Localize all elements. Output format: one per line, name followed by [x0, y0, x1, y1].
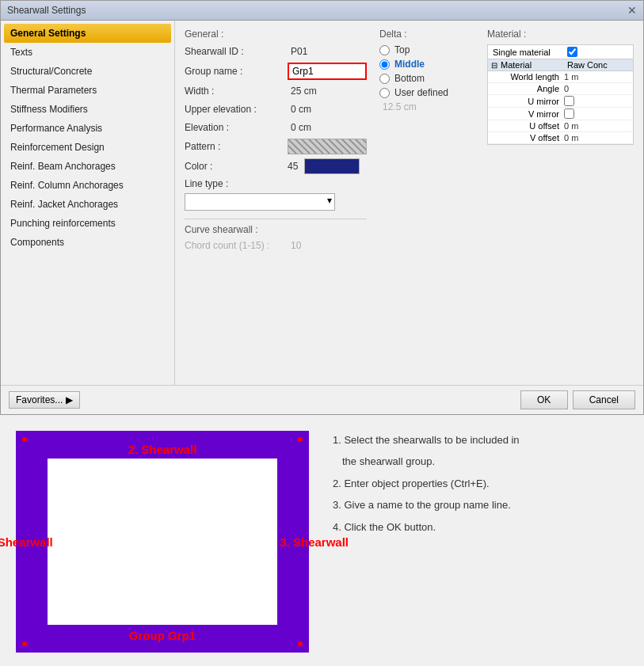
sidebar-item-reinf-column[interactable]: Reinf. Column Anchorages: [4, 176, 171, 195]
delta-section-label: Delta :: [379, 29, 474, 40]
single-material-row: Single material: [488, 45, 633, 59]
line-type-dropdown-wrapper[interactable]: [185, 193, 335, 211]
dialog-footer: Favorites... ▶ OK Cancel: [1, 385, 643, 414]
instructions: 1. Select the shearwalls to be included …: [333, 431, 628, 539]
angle-label: Angle: [493, 84, 564, 93]
v-mirror-label: V mirror: [493, 109, 564, 119]
sidebar-item-components[interactable]: Components: [4, 233, 171, 252]
sidebar-item-punching[interactable]: Punching reinforcements: [4, 214, 171, 233]
material-grid: Single material ⊟ Material Raw Conc Worl…: [487, 44, 634, 145]
dialog-body: General Settings Texts Structural/Concre…: [1, 21, 643, 385]
corner-dot-tl: [22, 437, 27, 442]
cancel-button[interactable]: Cancel: [573, 390, 635, 409]
delta-user-label: User defined: [394, 87, 448, 98]
sidebar-item-structural-concrete[interactable]: Structural/Concrete: [4, 62, 171, 81]
mat-row-angle: Angle 0: [488, 83, 633, 95]
u-mirror-checkbox[interactable]: [564, 96, 574, 106]
favorites-button[interactable]: Favorites... ▶: [9, 391, 80, 409]
instruction-2: 2. Enter object properties (Ctrl+E).: [333, 474, 628, 493]
delta-bottom-radio[interactable]: [379, 74, 390, 84]
sidebar-item-general-settings[interactable]: General Settings: [4, 24, 171, 43]
group-name-label: Group name :: [185, 66, 288, 77]
title-bar: Shearwall Settings ✕: [1, 1, 643, 21]
dialog-title: Shearwall Settings: [7, 5, 86, 16]
mat-row-u-mirror: U mirror: [488, 95, 633, 108]
illustration: 2. Shearwall 1. Shearwall 3. Shearwall G…: [0, 415, 644, 666]
mat-row-u-offset: U offset 0 m: [488, 120, 633, 132]
shearwall-inner: 2. Shearwall 1. Shearwall 3. Shearwall G…: [48, 459, 277, 625]
sidebar-item-reinforcement-design[interactable]: Reinforcement Design: [4, 138, 171, 157]
shearwall-id-row: Shearwall ID : P01: [185, 44, 367, 59]
line-type-select[interactable]: [185, 193, 335, 211]
pattern-preview[interactable]: [288, 139, 367, 154]
mat-row-v-mirror: V mirror: [488, 108, 633, 120]
upper-elevation-row: Upper elevation : 0 cm: [185, 102, 367, 116]
shearwall-diagram: 2. Shearwall 1. Shearwall 3. Shearwall G…: [16, 431, 309, 653]
sidebar-item-thermal-parameters[interactable]: Thermal Parameters: [4, 81, 171, 100]
delta-bottom-label: Bottom: [394, 73, 425, 84]
footer-buttons: OK Cancel: [520, 390, 635, 409]
material-value: Raw Conc: [567, 60, 608, 70]
color-label: Color :: [185, 161, 288, 172]
delta-top-row: Top: [379, 44, 474, 55]
single-material-label: Single material: [493, 48, 564, 57]
corner-dot-br: [298, 641, 303, 646]
mat-row-world-length: World length 1 m: [488, 71, 633, 83]
shearwall-3-label: 3. Shearwall: [280, 535, 349, 549]
favorites-label: Favorites...: [16, 394, 63, 405]
color-swatch[interactable]: [304, 158, 360, 174]
color-number: 45: [288, 161, 298, 172]
instruction-1: 1. Select the shearwalls to be included …: [333, 431, 628, 449]
delta-value: 12.5 cm: [383, 101, 474, 112]
delta-bottom-row: Bottom: [379, 73, 474, 84]
curve-shearwall-section: Curve shearwall : Chord count (1-15) : 1…: [185, 219, 367, 253]
sidebar-item-texts[interactable]: Texts: [4, 43, 171, 62]
delta-user-radio[interactable]: [379, 88, 390, 98]
material-label: Material: [501, 60, 564, 70]
world-length-label: World length: [493, 72, 564, 82]
color-picker-row: 45: [288, 158, 360, 174]
delta-middle-row: Middle: [379, 59, 474, 70]
u-offset-value: 0 m: [564, 121, 628, 131]
v-offset-value: 0 m: [564, 133, 628, 143]
shearwall-id-value: P01: [288, 44, 311, 59]
sidebar: General Settings Texts Structural/Concre…: [1, 21, 175, 385]
sidebar-item-reinf-jacket[interactable]: Reinf. Jacket Anchorages: [4, 195, 171, 214]
shearwall-1-label: 1. Shearwall: [0, 535, 53, 549]
material-section-label: Material :: [487, 29, 634, 40]
delta-top-label: Top: [394, 44, 410, 55]
elevation-row: Elevation : 0 cm: [185, 120, 367, 135]
line-type-row: Line type :: [185, 178, 367, 189]
chord-count-label: Chord count (1-15) :: [185, 240, 288, 251]
shearwall-2-label: 2. Shearwall: [128, 443, 197, 456]
upper-elevation-value: 0 cm: [288, 102, 314, 116]
pattern-label: Pattern :: [185, 141, 288, 152]
sidebar-item-stiffness-modifiers[interactable]: Stiffness Modifiers: [4, 100, 171, 119]
v-offset-label: V offset: [493, 133, 564, 143]
sidebar-item-performance-analysis[interactable]: Performance Analysis: [4, 119, 171, 138]
instruction-1b: the shearwall group.: [342, 452, 628, 470]
width-label: Width :: [185, 86, 288, 97]
angle-value: 0: [564, 84, 628, 93]
chord-count-row: Chord count (1-15) : 10: [185, 238, 367, 253]
expand-icon[interactable]: ⊟: [491, 61, 497, 70]
upper-elevation-label: Upper elevation :: [185, 104, 288, 115]
sidebar-item-reinf-beam[interactable]: Reinf. Beam Anchorages: [4, 157, 171, 176]
group-name-input[interactable]: [288, 63, 367, 80]
ok-button[interactable]: OK: [520, 390, 568, 409]
width-value: 25 cm: [288, 84, 320, 98]
v-mirror-checkbox[interactable]: [564, 108, 574, 119]
close-button[interactable]: ✕: [627, 4, 637, 17]
group-grp1-label: Group Grp1: [129, 629, 196, 642]
delta-section: Delta : Top Middle Bottom: [379, 29, 474, 257]
delta-middle-radio[interactable]: [379, 59, 390, 70]
delta-middle-label: Middle: [394, 59, 425, 70]
dialog-window: Shearwall Settings ✕ General Settings Te…: [0, 0, 644, 415]
chord-count-value: 10: [288, 238, 304, 253]
instruction-4: 4. Click the OK button.: [333, 518, 628, 536]
single-material-checkbox[interactable]: [567, 47, 577, 57]
delta-top-radio[interactable]: [379, 45, 390, 55]
curve-shearwall-label: Curve shearwall :: [185, 224, 367, 235]
width-row: Width : 25 cm: [185, 84, 367, 98]
mat-row-v-offset: V offset 0 m: [488, 132, 633, 144]
